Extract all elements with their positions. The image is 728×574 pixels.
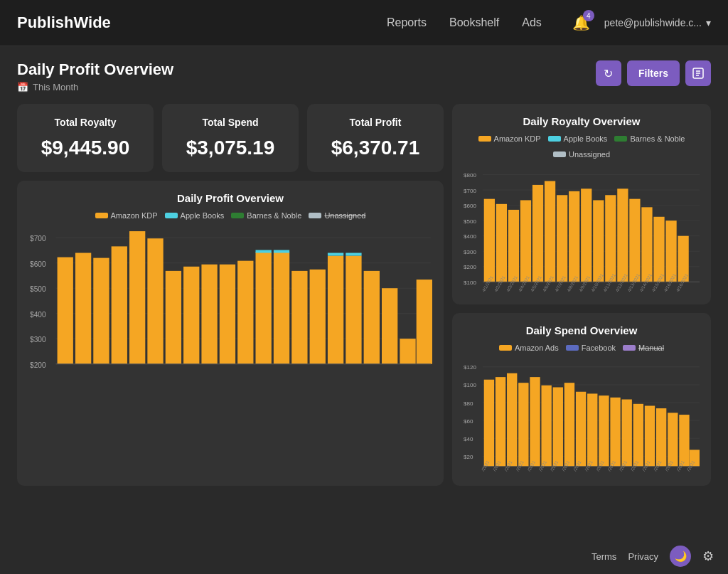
svg-text:$700: $700	[464, 188, 476, 194]
svg-rect-36	[520, 200, 531, 282]
svg-rect-84	[530, 378, 540, 467]
stat-spend-label: Total Spend	[176, 117, 284, 128]
legend-label-bn: Barnes & Noble	[247, 211, 301, 220]
stat-profit-value: $6,370.71	[321, 137, 429, 159]
svg-rect-34	[496, 204, 507, 282]
date-filter[interactable]: 📅 This Month	[17, 82, 173, 92]
bar-12b	[274, 250, 289, 253]
bar-14	[310, 270, 326, 364]
bar-7	[183, 267, 199, 364]
bar-12	[274, 252, 289, 363]
notification-bell[interactable]: 🔔 4	[570, 11, 593, 34]
settings-button[interactable]: ⚙	[702, 548, 714, 564]
profit-chart-svg: $700 $600 $500 $400 $300 $200	[28, 227, 432, 400]
svg-rect-40	[569, 191, 579, 282]
svg-rect-35	[508, 210, 519, 282]
svg-rect-83	[518, 383, 528, 467]
bar-1	[75, 253, 91, 364]
spend-legend-amazon: Amazon Ads	[499, 344, 559, 352]
user-menu[interactable]: pete@publishwide.c... ▾	[604, 17, 711, 28]
user-email: pete@publishwide.c...	[604, 17, 702, 28]
svg-rect-87	[564, 383, 574, 467]
spend-legend-color-manual	[623, 345, 636, 351]
svg-rect-42	[593, 200, 604, 282]
bar-9	[220, 265, 235, 364]
profit-chart-title: Daily Profit Overview	[28, 192, 432, 204]
svg-rect-39	[557, 195, 567, 282]
bar-13	[291, 271, 307, 364]
spend-legend-label-manual: Manual	[638, 344, 664, 352]
svg-text:$600: $600	[30, 260, 46, 268]
right-column: Daily Royalty Overview Amazon KDP Apple …	[452, 104, 711, 486]
bar-18	[382, 288, 397, 363]
svg-text:$20: $20	[464, 454, 473, 460]
svg-text:$400: $400	[30, 311, 46, 319]
bar-2	[93, 258, 109, 364]
svg-rect-93	[633, 404, 643, 467]
svg-rect-37	[532, 185, 543, 282]
svg-text:$600: $600	[464, 203, 476, 209]
date-filter-label: This Month	[33, 82, 78, 92]
legend-amazon-kdp: Amazon KDP	[95, 211, 158, 220]
page-title: Daily Profit Overview	[17, 60, 173, 79]
bar-17	[364, 271, 380, 364]
svg-rect-96	[668, 413, 678, 467]
toolbar: ↻ Filters	[596, 60, 711, 86]
svg-text:$500: $500	[30, 285, 46, 293]
svg-text:$300: $300	[30, 336, 46, 344]
svg-text:$80: $80	[464, 400, 473, 407]
royalty-legend-label-bn: Barnes & Noble	[630, 134, 685, 143]
theme-toggle-button[interactable]: 🌙	[670, 546, 691, 567]
nav-bookshelf[interactable]: Bookshelf	[449, 16, 499, 29]
app-logo: PublishWide	[17, 14, 387, 32]
legend-color-bn	[231, 213, 244, 218]
spend-chart-card: Daily Spend Overview Amazon Ads Facebook…	[452, 313, 711, 486]
moon-icon: 🌙	[675, 551, 687, 562]
bar-11	[255, 252, 271, 363]
legend-barnes-noble: Barnes & Noble	[231, 211, 301, 220]
royalty-chart-title: Daily Royalty Overview	[464, 115, 700, 127]
stat-royalty-label: Total Royalty	[31, 117, 139, 128]
spend-chart-title: Daily Spend Overview	[464, 324, 700, 336]
main-content: Daily Profit Overview 📅 This Month ↻ Fil…	[0, 46, 728, 500]
svg-rect-47	[653, 217, 664, 282]
stat-card-profit: Total Profit $6,370.71	[307, 104, 444, 172]
terms-link[interactable]: Terms	[592, 551, 616, 562]
royalty-chart-svg: $800 $700 $600 $500 $400 $300 $200 $100	[464, 166, 700, 293]
bar-16	[346, 256, 361, 364]
svg-rect-38	[545, 181, 555, 282]
stats-row: Total Royalty $9,445.90 Total Spend $3,0…	[17, 104, 444, 172]
svg-text:$200: $200	[464, 264, 476, 270]
notification-badge: 4	[583, 10, 594, 21]
bar-15b	[328, 253, 343, 256]
legend-label-unassigned: Unassigned	[324, 211, 365, 220]
legend-apple-books: Apple Books	[165, 211, 225, 220]
bar-4	[129, 231, 145, 364]
legend-label-amazon: Amazon KDP	[111, 211, 158, 220]
privacy-link[interactable]: Privacy	[628, 551, 658, 562]
filters-button[interactable]: Filters	[627, 60, 680, 86]
refresh-button[interactable]: ↻	[596, 60, 621, 86]
royalty-legend-amazon: Amazon KDP	[478, 134, 541, 143]
svg-text:$500: $500	[464, 218, 476, 225]
svg-text:$300: $300	[464, 249, 476, 255]
bar-11b	[255, 250, 271, 253]
svg-rect-45	[629, 199, 640, 282]
svg-rect-82	[507, 373, 517, 467]
stat-royalty-value: $9,445.90	[31, 137, 139, 159]
export-button[interactable]	[685, 60, 711, 86]
spend-legend-label-amazon: Amazon Ads	[515, 344, 559, 352]
svg-rect-88	[576, 392, 586, 467]
stat-card-royalty: Total Royalty $9,445.90	[17, 104, 154, 172]
profit-chart-legend: Amazon KDP Apple Books Barnes & Noble Un…	[28, 211, 432, 220]
royalty-chart-card: Daily Royalty Overview Amazon KDP Apple …	[452, 104, 711, 304]
profit-chart-card: Daily Profit Overview Amazon KDP Apple B…	[17, 181, 444, 486]
svg-rect-86	[553, 388, 563, 467]
bar-19	[400, 339, 415, 363]
page-title-section: Daily Profit Overview 📅 This Month	[17, 60, 173, 92]
svg-rect-81	[496, 378, 505, 467]
svg-text:$200: $200	[30, 361, 46, 369]
nav-ads[interactable]: Ads	[522, 16, 542, 29]
nav-reports[interactable]: Reports	[387, 16, 427, 29]
header-right: 🔔 4 pete@publishwide.c... ▾	[570, 11, 711, 34]
